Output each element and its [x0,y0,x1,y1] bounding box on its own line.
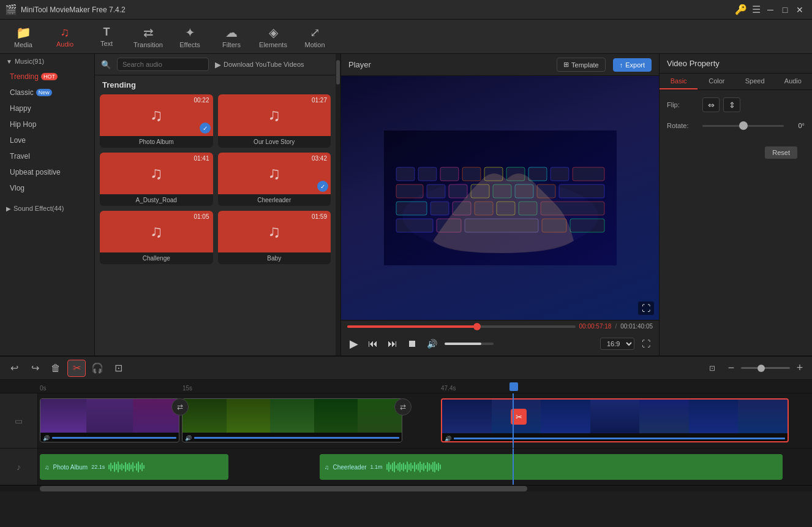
flip-vertical-button[interactable]: ⇕ [723,97,740,112]
volume-bar[interactable] [445,343,494,345]
video-clip-1[interactable]: 🔊 [40,398,179,442]
cut-marker[interactable]: ✂ [511,409,527,425]
download-youtube-button[interactable]: ▶ Download YouTube Videos [215,60,304,69]
audio-clip-2-label: Cheerleader [333,464,367,471]
tool-elements[interactable]: ◈ Elements [252,21,294,53]
aspect-ratio-select[interactable]: 16:9 9:16 1:1 4:3 [600,338,634,350]
undo-button[interactable]: ↩ [5,360,23,377]
cut-button[interactable]: ✂ [67,360,86,377]
trending-section-title: Trending [100,80,331,89]
volume-icon[interactable]: 🔊 [424,336,440,351]
sidebar-item-happy[interactable]: Happy [0,100,94,116]
video-track-row: ▭ 🔊 ⇄ [0,393,812,449]
duration-baby: 01:59 [312,213,327,220]
tool-media[interactable]: 📁 Media [2,21,44,53]
next-frame-button[interactable]: ⏭ [385,336,400,352]
redo-button[interactable]: ↪ [26,360,44,377]
progress-bar[interactable] [347,325,576,328]
transition-marker-1[interactable]: ⇄ [171,398,189,415]
tab-audio[interactable]: Audio [774,74,812,89]
motion-label: Motion [304,41,325,48]
maximize-button[interactable]: □ [778,2,792,17]
clip-1-vol-icon: 🔊 [43,435,50,441]
delete-button[interactable]: 🗑 [47,360,65,377]
reset-button[interactable]: Reset [765,146,797,159]
sidebar-item-vlog[interactable]: Vlog [0,180,94,196]
audio-label-our-love-story: Our Love Story [218,136,331,148]
crop-button[interactable]: ⊡ [109,360,127,377]
audio-card-challenge[interactable]: ♫ 01:05 Challenge [100,211,213,264]
sidebar-item-hiphop[interactable]: Hip Hop [0,116,94,132]
audio-card-cheerleader[interactable]: ♫ 03:42 ✓ Cheerleader [218,153,331,206]
scroll-thumb[interactable] [336,60,340,85]
happy-label: Happy [10,104,31,113]
timeline-scroll[interactable] [0,485,812,491]
play-button[interactable]: ▶ [347,335,361,353]
clip-3-footer: 🔊 [442,433,788,442]
tool-motion[interactable]: ⤢ Motion [294,21,336,53]
template-icon: ⊞ [563,61,569,69]
timeline-tracks-wrapper: 0s 15s 47.4s ▭ 🔊 [0,380,812,527]
scroll-track[interactable] [336,54,340,355]
sound-effect-section-header[interactable]: ▶ Sound Effect(44) [0,201,94,216]
tab-speed[interactable]: Speed [736,74,774,89]
tool-audio[interactable]: ♫ Audio [44,21,86,53]
audio-card-photo-album[interactable]: ♫ 00:22 ✓ Photo Album [100,94,213,148]
left-panel: ▼ Music(91) Trending HOT Classic New Hap… [0,54,95,355]
audio-clip-2-music-icon: ♫ [325,464,329,471]
zoom-in-button[interactable]: + [792,361,807,376]
sidebar-item-trending[interactable]: Trending HOT [0,69,94,85]
rotate-slider[interactable] [702,125,784,127]
zoom-out-button[interactable]: − [724,361,739,376]
tab-color[interactable]: Color [697,74,735,89]
tab-basic[interactable]: Basic [660,74,697,89]
template-button[interactable]: ⊞ Template [557,58,606,72]
search-input[interactable] [117,58,209,71]
video-clip-3[interactable]: 🔊 [441,398,789,442]
zoom-slider[interactable] [741,367,790,369]
audio-card-baby[interactable]: ♫ 01:59 Baby [218,211,331,264]
sidebar-item-upbeat[interactable]: Upbeat positive [0,164,94,180]
fullscreen-icon[interactable]: ⛶ [639,336,653,351]
media-icon: 📁 [16,25,31,40]
flip-horizontal-button[interactable]: ⇔ [702,97,720,112]
audio-content: Trending ♫ 00:22 ✓ Photo Album ♫ 01:27 [95,75,336,355]
prev-frame-button[interactable]: ⏮ [366,336,380,352]
ruler-mark-15s: 15s [182,385,192,392]
fit-button[interactable]: ⊡ [703,360,721,377]
sidebar-item-classic[interactable]: Classic New [0,85,94,100]
video-clip-2[interactable]: 🔊 [182,398,402,442]
minimize-button[interactable]: ─ [763,2,778,17]
template-label: Template [571,61,599,69]
close-button[interactable]: ✕ [792,2,807,17]
tool-effects[interactable]: ✦ Effects [169,21,211,53]
sidebar-item-travel[interactable]: Travel [0,148,94,164]
filters-label: Filters [222,41,241,48]
clip-2-sound-bar [194,437,399,439]
clip-1-sound-bar [52,437,176,439]
tool-filters[interactable]: ☁ Filters [211,21,252,53]
duration-cheerleader: 03:42 [312,155,327,162]
timeline-scroll-thumb[interactable] [40,486,527,491]
duration-photo-album: 00:22 [194,97,209,104]
transition-marker-2[interactable]: ⇄ [394,398,412,415]
ruler-mark-47s: 47.4s [441,385,456,392]
tool-transition[interactable]: ⇄ Transition [127,21,169,53]
collapse-arrow-icon: ▼ [6,58,12,65]
audio-clip-cheerleader[interactable]: ♫ Cheerleader 1.1m [320,454,783,480]
music-section-header[interactable]: ▼ Music(91) [0,54,94,69]
export-button[interactable]: ↑ Export [613,58,652,72]
fullscreen-button[interactable]: ⛶ [638,301,654,315]
menu-icon[interactable]: ☰ [752,4,761,15]
sidebar-item-love[interactable]: Love [0,132,94,148]
audio-clip-photo-album[interactable]: ♫ Photo Album 22.1s [40,454,228,480]
audio-label-photo-album: Photo Album [100,136,213,148]
stop-button[interactable]: ⏹ [405,336,419,352]
tool-text[interactable]: T Text [86,21,127,53]
audio-card-a-dusty-road[interactable]: ♫ 01:41 A_Dusty_Road [100,153,213,206]
audio-detach-button[interactable]: 🎧 [88,360,107,377]
property-tabs: Basic Color Speed Audio [660,74,812,90]
audio-search-bar: 🔍 ▶ Download YouTube Videos [95,54,336,75]
timeline-ruler[interactable]: 0s 15s 47.4s [0,380,812,393]
audio-card-our-love-story[interactable]: ♫ 01:27 Our Love Story [218,94,331,148]
